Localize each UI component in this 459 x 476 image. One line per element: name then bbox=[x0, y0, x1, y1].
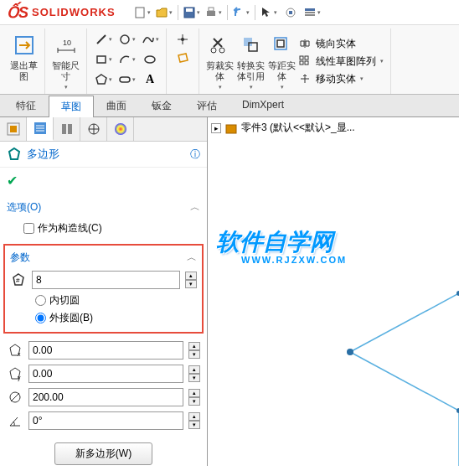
y-coord-icon: y bbox=[7, 365, 23, 382]
spin-up[interactable]: ▴ bbox=[185, 272, 197, 280]
line-tool[interactable] bbox=[92, 30, 114, 49]
exit-sketch-button[interactable]: 退出草 图 bbox=[8, 30, 39, 84]
spline-tool[interactable] bbox=[139, 30, 161, 49]
tab-dimxpert[interactable]: DimXpert bbox=[230, 95, 297, 116]
diameter-input[interactable] bbox=[28, 388, 183, 406]
options-button[interactable] bbox=[302, 3, 322, 23]
command-tabs: 特征 草图 曲面 钣金 评估 DimXpert bbox=[0, 95, 459, 117]
ribbon-group-draw: A bbox=[87, 28, 167, 94]
diameter-row: ▴▾ bbox=[7, 385, 200, 409]
spin-up[interactable]: ▴ bbox=[188, 412, 200, 421]
spin-down[interactable]: ▾ bbox=[188, 350, 200, 359]
params-header[interactable]: 参数 ︿ bbox=[10, 251, 197, 268]
ellipse-tool[interactable] bbox=[139, 50, 161, 69]
sides-spinner: ▴ ▾ bbox=[185, 272, 197, 288]
polygon-tool[interactable] bbox=[92, 70, 114, 89]
panel-tab-config[interactable] bbox=[54, 117, 80, 141]
options-section: 选项(O) ︿ 作为构造线(C) bbox=[0, 194, 207, 242]
save-button[interactable] bbox=[182, 3, 202, 23]
svg-rect-32 bbox=[10, 126, 17, 132]
tab-evaluate[interactable]: 评估 bbox=[184, 95, 230, 116]
logo-ds-icon: ỐS bbox=[7, 3, 28, 22]
panel-tab-appearance[interactable] bbox=[107, 117, 134, 141]
spin-up[interactable]: ▴ bbox=[188, 342, 200, 350]
tab-features[interactable]: 特征 bbox=[3, 95, 49, 116]
convert-button[interactable]: 转换实 体引用 bbox=[235, 30, 266, 92]
sides-input[interactable] bbox=[32, 271, 180, 289]
graphics-canvas[interactable]: ▸ 零件3 (默认<<默认>_显... 软件自学网 WWW.RJZXW.COM bbox=[208, 117, 459, 466]
rectangle-tool[interactable] bbox=[92, 50, 114, 69]
undo-button[interactable] bbox=[231, 3, 251, 23]
angle-row: ▴▾ bbox=[7, 409, 200, 432]
svg-rect-30 bbox=[305, 61, 308, 65]
svg-marker-43 bbox=[9, 148, 19, 159]
logo-text: SOLIDWORKS bbox=[32, 6, 116, 18]
svg-rect-38 bbox=[68, 124, 72, 134]
trim-button[interactable]: 剪裁实 体 bbox=[204, 30, 235, 92]
arc-tool[interactable] bbox=[116, 50, 137, 69]
inscribed-radio[interactable] bbox=[35, 295, 46, 306]
new-polygon-button[interactable]: 新多边形(W) bbox=[54, 442, 152, 465]
construction-label[interactable]: 作为构造线(C) bbox=[38, 221, 102, 235]
print-button[interactable] bbox=[204, 3, 224, 23]
svg-rect-17 bbox=[120, 77, 130, 82]
property-panel: 多边形 ⓘ ✔ 选项(O) ︿ 作为构造线(C) 参数 ︿ # bbox=[0, 117, 208, 466]
svg-line-12 bbox=[97, 35, 106, 44]
svg-rect-25 bbox=[275, 38, 286, 49]
smart-dimension-button[interactable]: 10 智能尺 寸 bbox=[50, 30, 81, 92]
coords-section: x ▴▾ y ▴▾ ▴▾ ▴▾ bbox=[0, 335, 207, 436]
rebuild-button[interactable] bbox=[281, 3, 301, 23]
separator bbox=[178, 5, 178, 20]
panel-tab-propertymanager[interactable] bbox=[27, 117, 54, 141]
ribbon-group-dim: 10 智能尺 寸 bbox=[45, 28, 87, 94]
spin-down[interactable]: ▾ bbox=[188, 421, 200, 429]
open-file-button[interactable] bbox=[154, 3, 174, 23]
svg-rect-3 bbox=[207, 11, 215, 16]
offset-button[interactable]: 等距实 体 bbox=[266, 30, 297, 92]
quick-access-toolbar bbox=[132, 3, 322, 23]
help-icon[interactable]: ⓘ bbox=[190, 147, 200, 162]
circumscribed-label[interactable]: 外接圆(B) bbox=[49, 311, 93, 325]
construction-checkbox[interactable] bbox=[23, 223, 34, 234]
options-header[interactable]: 选项(O) ︿ bbox=[7, 197, 200, 218]
spin-down[interactable]: ▾ bbox=[188, 374, 200, 382]
polygon-icon bbox=[7, 147, 22, 162]
svg-text:10: 10 bbox=[63, 39, 71, 47]
construction-checkbox-row: 作为构造线(C) bbox=[7, 218, 200, 239]
move-button[interactable]: 移动实体 bbox=[297, 70, 385, 88]
tab-surfaces[interactable]: 曲面 bbox=[94, 95, 139, 116]
svg-rect-23 bbox=[244, 38, 252, 46]
panel-tab-dimxpert[interactable] bbox=[80, 117, 107, 141]
slot-tool[interactable] bbox=[116, 70, 137, 89]
circle-tool[interactable] bbox=[116, 30, 137, 49]
ok-button[interactable]: ✔ bbox=[7, 173, 18, 188]
spin-up[interactable]: ▴ bbox=[188, 389, 200, 397]
spin-up[interactable]: ▴ bbox=[188, 365, 200, 374]
plane-tool[interactable] bbox=[172, 49, 193, 67]
angle-input[interactable] bbox=[28, 411, 183, 430]
panel-tabs bbox=[0, 117, 207, 142]
y-input[interactable] bbox=[28, 365, 183, 383]
x-input[interactable] bbox=[28, 341, 183, 360]
x-coord-icon: x bbox=[7, 342, 23, 359]
svg-rect-37 bbox=[62, 124, 66, 134]
spin-down[interactable]: ▾ bbox=[185, 280, 197, 288]
ribbon-group-point bbox=[167, 28, 199, 94]
spin-down[interactable]: ▾ bbox=[188, 397, 200, 406]
linear-pattern-button[interactable]: 线性草图阵列 bbox=[297, 53, 385, 70]
chevron-up-icon: ︿ bbox=[187, 251, 197, 265]
mirror-button[interactable]: 镜向实体 bbox=[297, 35, 385, 53]
sides-row: # ▴ ▾ bbox=[10, 268, 197, 292]
inscribed-label[interactable]: 内切圆 bbox=[49, 293, 80, 308]
svg-rect-8 bbox=[305, 12, 315, 13]
svg-point-21 bbox=[211, 48, 216, 53]
tab-sheetmetal[interactable]: 钣金 bbox=[139, 95, 184, 116]
text-tool[interactable]: A bbox=[139, 70, 161, 89]
new-file-button[interactable] bbox=[132, 3, 152, 23]
circumscribed-radio[interactable] bbox=[35, 313, 46, 323]
tab-sketch[interactable]: 草图 bbox=[49, 96, 94, 117]
panel-tab-featuretree[interactable] bbox=[0, 117, 27, 141]
point-tool[interactable] bbox=[172, 30, 193, 49]
svg-rect-6 bbox=[289, 11, 292, 14]
select-button[interactable] bbox=[259, 3, 279, 23]
